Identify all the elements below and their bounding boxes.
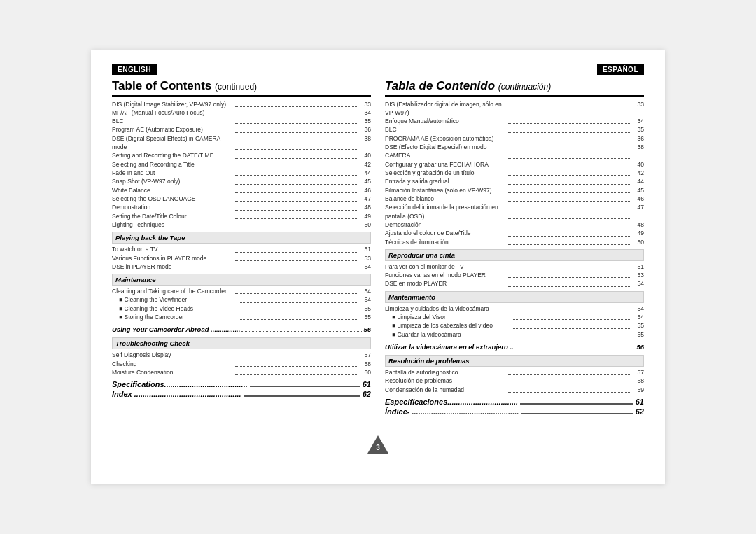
section-playing-es: Reproducir una cinta [385,249,644,261]
toc-entry: Various Functions in PLAYER mode 53 [112,254,371,262]
section-trouble-es: Resolución de problemas [385,355,644,367]
index-es: Índice- ................................… [385,407,644,416]
toc-entry: PROGRAMA AE (Exposición automática) 36 [385,134,644,143]
espanol-column: Tabla de Contenido (continuación) DIS (E… [385,79,644,417]
abroad-es: Utilizar la videocámara en el extranjero… [385,342,644,352]
toc-entry: DSE (Digital Special Effects) in CAMERA … [112,134,371,152]
page: ENGLISH ESPAÑOL Table of Contents (conti… [91,50,665,484]
toc-entry: Self Diagnosis Display 57 [112,351,371,359]
toc-entry: Limpieza y cuidados de la videocámara 54 [385,304,644,313]
toc-entry: MF/AF (Manual Focus/Auto Focus) 34 [112,108,371,117]
toc-entry: DIS (Estabilizador digital de imagen, só… [385,100,644,118]
toc-entry: Filmación Instantánea (sólo en VP-W97) 4… [385,186,644,195]
toc-bullet-entry: ■ Cleaning the Viewfinder 54 [112,295,371,304]
columns: Table of Contents (continued) DIS (Digit… [112,79,644,417]
header-row: ENGLISH ESPAÑOL [112,64,644,75]
english-title: Table of Contents (continued) [112,79,371,97]
toc-entry: Balance de blanco 46 [385,195,644,203]
toc-entry: Cleaning and Taking care of the Camcorde… [112,287,371,295]
toc-bullet-entry: ■ Guardar la videocámara 55 [385,330,644,339]
section-maintenance-en: Maintenance [112,274,371,286]
specs-en: Specifications..........................… [112,380,371,388]
toc-entry: Snap Shot (VP-W97 only) 45 [112,177,371,185]
toc-entry: BLC 35 [112,117,371,125]
specs-es: Especificaciones........................… [385,398,644,406]
toc-entry: Moisture Condensation 60 [112,368,371,377]
toc-entry: Setting the Date/Title Colour 49 [112,212,371,220]
toc-entry: Selecting the OSD LANGUAGE 47 [112,195,371,203]
abroad-en: Using Your Camcorder Abroad ............… [112,324,371,335]
toc-bullet-entry: ■ Storing the Camcorder 55 [112,313,371,321]
espanol-title: Tabla de Contenido (continuación) [385,79,644,97]
toc-entry: Selecting and Recording a Title 42 [112,160,371,169]
toc-entry: DSE en modo PLAYER 54 [385,279,644,288]
toc-entry: Entrada y salida gradual 44 [385,177,644,185]
espanol-top-entries: DIS (Estabilizador digital de imagen, só… [385,100,644,246]
section-trouble-en: Troubleshooting Check [112,337,371,349]
toc-entry: Resolución de problemas 58 [385,377,644,385]
english-badge: ENGLISH [112,64,157,75]
toc-entry: Funciones varias en el modo PLAYER 53 [385,271,644,279]
toc-entry: Demonstration 48 [112,203,371,211]
toc-entry: Enfoque Manual/automático 34 [385,117,644,125]
toc-entry: Configurar y grabar una FECHA/HORA 40 [385,160,644,169]
toc-bullet-entry: ■ Limpieza del Visor 54 [385,313,644,321]
toc-entry: Setting and Recording the DATE/TIME 40 [112,151,371,160]
toc-entry: DSE in PLAYER mode 54 [112,262,371,271]
toc-entry: Lighting Techniques 50 [112,220,371,229]
toc-entry: To watch on a TV 51 [112,245,371,253]
toc-entry: DSE (Efecto Digital Especial) en modo CA… [385,143,644,160]
toc-entry: DIS (Digital Image Stabilizer, VP-W97 on… [112,100,371,108]
toc-entry: Pantalla de autodiagnóstico 57 [385,368,644,377]
toc-entry: Program AE (Automatic Exposure) 36 [112,125,371,134]
english-top-entries: DIS (Digital Image Stabilizer, VP-W97 on… [112,100,371,230]
toc-entry: Para ver con el monitor de TV 51 [385,262,644,271]
toc-entry: Ajustando el colour de Date/Title 49 [385,229,644,237]
espanol-badge: ESPAÑOL [597,64,644,75]
toc-entry: Condensación de la humedad 59 [385,386,644,394]
section-playing-en: Playing back the Tape [112,232,371,244]
english-column: Table of Contents (continued) DIS (Digit… [112,79,371,417]
toc-entry: Checking 58 [112,360,371,368]
toc-entry: White Balance 46 [112,186,371,195]
toc-entry: Demostración 48 [385,220,644,229]
page-number-triangle: 3 [368,435,388,456]
section-maintenance-es: Mantenimiento [385,291,644,303]
toc-entry: Fade In and Out 44 [112,169,371,177]
toc-entry: Selección del idioma de la presentación … [385,203,644,220]
toc-entry: BLC 35 [385,125,644,134]
toc-bullet-entry: ■ Cleaning the Video Heads 55 [112,304,371,313]
index-en: Index ..................................… [112,390,371,398]
toc-entry: Técnicas de iluminación 50 [385,238,644,246]
toc-entry: Selección y grabación de un título 42 [385,169,644,177]
toc-bullet-entry: ■ Limpieza de los cabezales del vídeo 55 [385,321,644,330]
